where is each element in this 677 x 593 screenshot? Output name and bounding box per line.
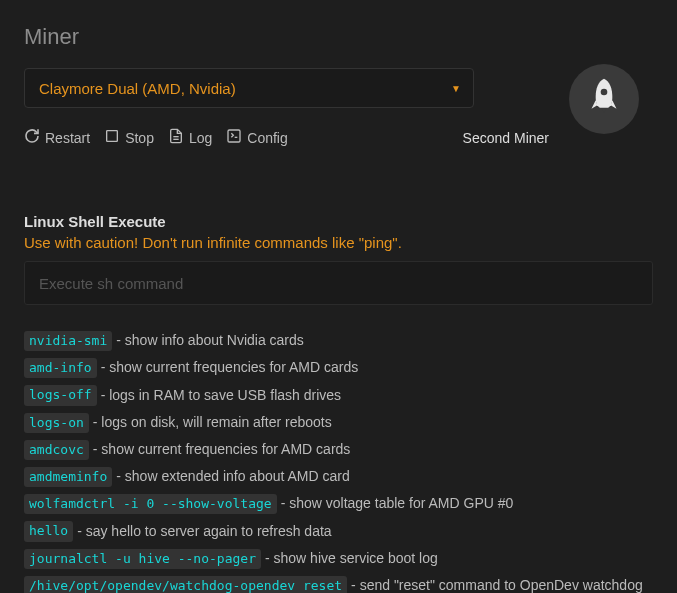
log-button[interactable]: Log [168,128,212,147]
shell-warning: Use with caution! Don't run infinite com… [24,234,653,251]
command-chip[interactable]: wolfamdctrl -i 0 --show-voltage [24,494,277,514]
shell-title: Linux Shell Execute [24,213,653,230]
stop-label: Stop [125,130,154,146]
command-chip[interactable]: hello [24,521,73,541]
command-desc: - send "reset" command to OpenDev watchd… [351,576,643,593]
restart-label: Restart [45,130,90,146]
command-chip[interactable]: amd-info [24,358,97,378]
miner-select[interactable]: Claymore Dual (AMD, Nvidia) ▼ [24,68,474,108]
command-desc: - show current frequencies for AMD cards [93,440,351,460]
svg-rect-3 [228,130,240,142]
restart-icon [24,128,40,147]
command-chip[interactable]: /hive/opt/opendev/watchdog-opendev reset [24,576,347,593]
command-chip[interactable]: logs-on [24,413,89,433]
config-button[interactable]: Config [226,128,287,147]
svg-point-5 [601,89,608,96]
log-label: Log [189,130,212,146]
miner-toolbar: Restart Stop Log [24,128,549,147]
command-desc: - show current frequencies for AMD cards [101,358,359,378]
log-icon [168,128,184,147]
miner-avatar [569,64,639,134]
svg-rect-0 [107,131,118,142]
command-row: /hive/opt/opendev/watchdog-opendev reset… [24,576,653,593]
command-row: amdmeminfo - show extended info about AM… [24,467,653,487]
config-label: Config [247,130,287,146]
command-chip[interactable]: journalctl -u hive --no-pager [24,549,261,569]
chevron-down-icon: ▼ [451,83,461,94]
command-desc: - show extended info about AMD card [116,467,349,487]
config-icon [226,128,242,147]
miner-select-value: Claymore Dual (AMD, Nvidia) [39,80,236,97]
command-row: amd-info - show current frequencies for … [24,358,653,378]
command-row: logs-on - logs on disk, will remain afte… [24,413,653,433]
command-desc: - logs in RAM to save USB flash drives [101,386,341,406]
page-title: Miner [24,24,549,50]
command-chip[interactable]: logs-off [24,385,97,405]
second-miner-button[interactable]: Second Miner [463,130,549,146]
command-row: wolfamdctrl -i 0 --show-voltage - show v… [24,494,653,514]
rocket-icon [587,77,621,121]
command-desc: - show voltage table for AMD GPU #0 [281,494,514,514]
command-row: journalctl -u hive --no-pager - show hiv… [24,549,653,569]
stop-icon [104,128,120,147]
command-desc: - show info about Nvidia cards [116,331,304,351]
command-list: nvidia-smi - show info about Nvidia card… [24,331,653,593]
command-row: nvidia-smi - show info about Nvidia card… [24,331,653,351]
command-chip[interactable]: nvidia-smi [24,331,112,351]
command-desc: - show hive service boot log [265,549,438,569]
command-chip[interactable]: amdmeminfo [24,467,112,487]
command-desc: - logs on disk, will remain after reboot… [93,413,332,433]
shell-command-input[interactable] [24,261,653,305]
command-desc: - say hello to server again to refresh d… [77,522,331,542]
command-row: hello - say hello to server again to ref… [24,521,653,541]
command-row: logs-off - logs in RAM to save USB flash… [24,385,653,405]
restart-button[interactable]: Restart [24,128,90,147]
command-chip[interactable]: amdcovc [24,440,89,460]
stop-button[interactable]: Stop [104,128,154,147]
command-row: amdcovc - show current frequencies for A… [24,440,653,460]
